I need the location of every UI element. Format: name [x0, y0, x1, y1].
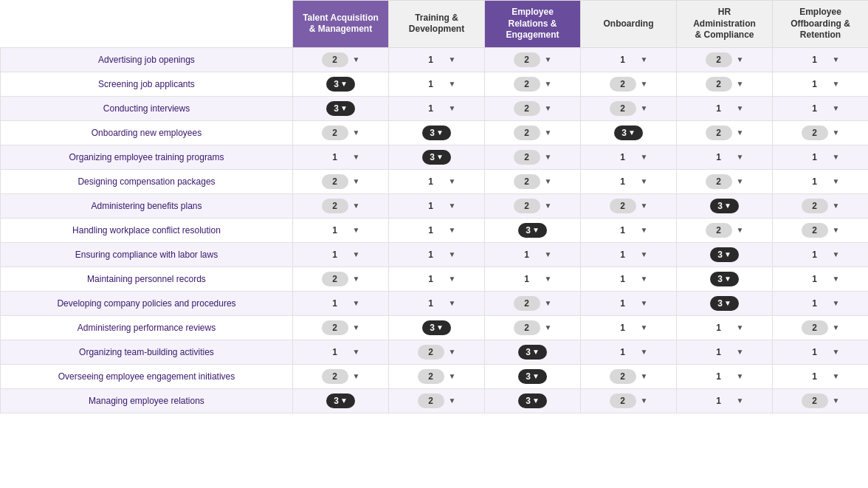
cell-12-2[interactable]: 3 ▼ [485, 340, 581, 364]
cell-13-4[interactable]: 1▼ [677, 364, 773, 388]
dropdown-arrow-7-2[interactable]: ▼ [532, 226, 540, 234]
dropdown-arrow-7-0[interactable]: ▼ [353, 226, 360, 234]
cell-10-3[interactable]: 1▼ [581, 291, 677, 315]
cell-11-0[interactable]: 2▼ [293, 315, 389, 340]
cell-9-1[interactable]: 1▼ [389, 267, 485, 291]
dropdown-arrow-7-5[interactable]: ▼ [833, 226, 840, 234]
dropdown-arrow-12-1[interactable]: ▼ [449, 348, 456, 356]
dropdown-arrow-10-3[interactable]: ▼ [641, 299, 648, 307]
cell-0-1[interactable]: 1▼ [389, 47, 485, 72]
cell-10-4[interactable]: 3 ▼ [677, 291, 773, 315]
dropdown-arrow-5-4[interactable]: ▼ [737, 177, 744, 185]
cell-10-2[interactable]: 2▼ [485, 291, 581, 315]
cell-8-0[interactable]: 1▼ [293, 242, 389, 267]
dropdown-arrow-11-0[interactable]: ▼ [353, 323, 360, 331]
dropdown-arrow-13-3[interactable]: ▼ [641, 372, 648, 380]
dropdown-arrow-11-4[interactable]: ▼ [737, 323, 744, 331]
cell-0-5[interactable]: 1▼ [773, 47, 869, 72]
dropdown-arrow-9-3[interactable]: ▼ [641, 275, 648, 283]
cell-13-2[interactable]: 3 ▼ [485, 364, 581, 388]
cell-11-5[interactable]: 2▼ [773, 315, 869, 340]
dropdown-arrow-6-3[interactable]: ▼ [641, 202, 648, 210]
dropdown-arrow-12-4[interactable]: ▼ [737, 348, 744, 356]
cell-6-0[interactable]: 2▼ [293, 193, 389, 218]
cell-1-5[interactable]: 1▼ [773, 72, 869, 96]
cell-3-0[interactable]: 2▼ [293, 120, 389, 145]
cell-6-2[interactable]: 2▼ [485, 193, 581, 218]
dropdown-arrow-10-4[interactable]: ▼ [724, 299, 731, 307]
dropdown-arrow-5-3[interactable]: ▼ [641, 177, 648, 185]
cell-8-1[interactable]: 1▼ [389, 242, 485, 267]
dropdown-arrow-6-5[interactable]: ▼ [833, 202, 840, 210]
dropdown-arrow-4-5[interactable]: ▼ [833, 153, 840, 161]
cell-11-4[interactable]: 1▼ [677, 315, 773, 340]
cell-3-2[interactable]: 2▼ [485, 120, 581, 145]
cell-14-0[interactable]: 3 ▼ [293, 388, 389, 413]
dropdown-arrow-1-4[interactable]: ▼ [737, 80, 744, 88]
cell-4-5[interactable]: 1▼ [773, 145, 869, 169]
cell-13-0[interactable]: 2▼ [293, 364, 389, 388]
dropdown-arrow-0-5[interactable]: ▼ [833, 55, 840, 63]
cell-2-3[interactable]: 2▼ [581, 96, 677, 120]
dropdown-arrow-6-0[interactable]: ▼ [353, 202, 360, 210]
cell-13-1[interactable]: 2▼ [389, 364, 485, 388]
cell-8-2[interactable]: 1▼ [485, 242, 581, 267]
cell-4-2[interactable]: 2▼ [485, 145, 581, 169]
cell-0-3[interactable]: 1▼ [581, 47, 677, 72]
cell-5-5[interactable]: 1▼ [773, 169, 869, 193]
dropdown-arrow-8-0[interactable]: ▼ [353, 250, 360, 258]
cell-3-1[interactable]: 3 ▼ [389, 120, 485, 145]
cell-13-3[interactable]: 2▼ [581, 364, 677, 388]
cell-9-2[interactable]: 1▼ [485, 267, 581, 291]
cell-1-2[interactable]: 2▼ [485, 72, 581, 96]
dropdown-arrow-12-2[interactable]: ▼ [532, 348, 540, 356]
cell-4-4[interactable]: 1▼ [677, 145, 773, 169]
cell-6-1[interactable]: 1▼ [389, 193, 485, 218]
cell-12-5[interactable]: 1▼ [773, 340, 869, 364]
dropdown-arrow-12-3[interactable]: ▼ [641, 348, 648, 356]
cell-6-4[interactable]: 3 ▼ [677, 193, 773, 218]
cell-2-2[interactable]: 2▼ [485, 96, 581, 120]
dropdown-arrow-4-2[interactable]: ▼ [545, 153, 552, 161]
dropdown-arrow-3-4[interactable]: ▼ [737, 128, 744, 137]
cell-10-1[interactable]: 1▼ [389, 291, 485, 315]
cell-7-1[interactable]: 1▼ [389, 218, 485, 242]
dropdown-arrow-8-3[interactable]: ▼ [641, 250, 648, 258]
cell-11-1[interactable]: 3 ▼ [389, 315, 485, 340]
cell-11-3[interactable]: 1▼ [581, 315, 677, 340]
dropdown-arrow-5-5[interactable]: ▼ [833, 177, 840, 185]
cell-5-4[interactable]: 2▼ [677, 169, 773, 193]
dropdown-arrow-13-5[interactable]: ▼ [833, 372, 840, 380]
dropdown-arrow-8-5[interactable]: ▼ [833, 250, 840, 258]
cell-4-1[interactable]: 3 ▼ [389, 145, 485, 169]
dropdown-arrow-7-1[interactable]: ▼ [449, 226, 456, 234]
cell-9-3[interactable]: 1▼ [581, 267, 677, 291]
dropdown-arrow-2-4[interactable]: ▼ [737, 104, 744, 112]
dropdown-arrow-5-0[interactable]: ▼ [353, 177, 360, 185]
cell-5-2[interactable]: 2▼ [485, 169, 581, 193]
cell-9-5[interactable]: 1▼ [773, 267, 869, 291]
dropdown-arrow-14-2[interactable]: ▼ [532, 396, 540, 405]
dropdown-arrow-4-4[interactable]: ▼ [737, 153, 744, 161]
dropdown-arrow-1-0[interactable]: ▼ [340, 80, 348, 88]
dropdown-arrow-0-1[interactable]: ▼ [449, 55, 456, 63]
cell-1-0[interactable]: 3 ▼ [293, 72, 389, 96]
dropdown-arrow-11-5[interactable]: ▼ [833, 323, 840, 331]
cell-1-1[interactable]: 1▼ [389, 72, 485, 96]
cell-10-5[interactable]: 1▼ [773, 291, 869, 315]
cell-7-2[interactable]: 3 ▼ [485, 218, 581, 242]
dropdown-arrow-8-4[interactable]: ▼ [724, 250, 731, 258]
dropdown-arrow-1-2[interactable]: ▼ [545, 80, 552, 88]
dropdown-arrow-12-0[interactable]: ▼ [353, 348, 360, 356]
dropdown-arrow-2-1[interactable]: ▼ [449, 104, 456, 112]
cell-14-3[interactable]: 2▼ [581, 388, 677, 413]
dropdown-arrow-2-5[interactable]: ▼ [833, 104, 840, 112]
dropdown-arrow-13-4[interactable]: ▼ [737, 372, 744, 380]
cell-2-5[interactable]: 1▼ [773, 96, 869, 120]
dropdown-arrow-11-2[interactable]: ▼ [545, 323, 552, 331]
dropdown-arrow-2-2[interactable]: ▼ [545, 104, 552, 112]
cell-5-3[interactable]: 1▼ [581, 169, 677, 193]
dropdown-arrow-3-1[interactable]: ▼ [436, 128, 444, 137]
dropdown-arrow-4-1[interactable]: ▼ [436, 153, 444, 161]
cell-8-3[interactable]: 1▼ [581, 242, 677, 267]
